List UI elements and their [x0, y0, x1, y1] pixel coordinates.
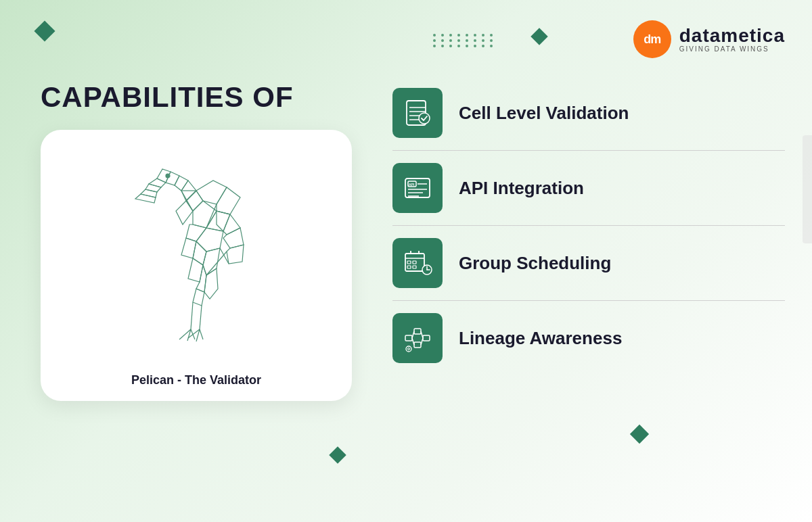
logo-name: datametica — [679, 26, 785, 45]
svg-text:API: API — [409, 183, 415, 187]
dots-pattern — [433, 34, 495, 47]
svg-marker-1 — [217, 187, 240, 214]
capability-api-integration: API API Integration — [392, 163, 785, 226]
svg-marker-11 — [188, 258, 203, 282]
svg-line-71 — [412, 338, 414, 345]
svg-marker-22 — [217, 211, 240, 235]
svg-rect-67 — [414, 329, 421, 334]
svg-rect-62 — [413, 266, 416, 268]
capability-group-scheduling: Group Scheduling — [392, 238, 785, 301]
capability-cell-level-validation: Cell Level Validation — [392, 88, 785, 151]
cell-level-validation-icon-box — [392, 88, 443, 138]
capabilities-list: Cell Level Validation API API Integratio… — [392, 88, 785, 375]
scheduling-icon — [403, 248, 432, 278]
svg-line-39 — [223, 214, 230, 231]
svg-marker-23 — [223, 228, 244, 248]
svg-marker-25 — [204, 268, 218, 299]
deco-square-top-center — [531, 28, 547, 45]
svg-line-37 — [181, 191, 193, 211]
svg-rect-69 — [423, 335, 430, 341]
svg-rect-61 — [407, 266, 411, 268]
group-scheduling-icon-box — [392, 238, 443, 288]
svg-line-72 — [421, 331, 423, 338]
api-integration-icon-box: API — [392, 163, 443, 213]
svg-marker-10 — [203, 248, 220, 275]
svg-line-70 — [412, 331, 414, 338]
main-content: CAPABILITIES OF — [41, 81, 785, 401]
svg-marker-20 — [135, 194, 156, 203]
pelican-card: Pelican - The Validator — [41, 130, 352, 401]
svg-marker-4 — [193, 201, 217, 228]
pelican-label: Pelican - The Validator — [131, 373, 261, 387]
validation-icon — [403, 98, 432, 128]
cell-level-validation-label: Cell Level Validation — [459, 103, 629, 124]
logo-circle: dm — [633, 20, 671, 58]
svg-point-21 — [166, 174, 170, 178]
svg-point-75 — [408, 348, 410, 350]
svg-rect-60 — [413, 261, 416, 264]
logo-area: dm datametica GIVING DATA WINGS — [633, 20, 785, 58]
svg-marker-8 — [181, 238, 196, 258]
lineage-awareness-icon-box — [392, 313, 443, 363]
svg-line-38 — [206, 204, 217, 228]
page-title: CAPABILITIES OF — [41, 81, 352, 114]
svg-marker-2 — [186, 191, 203, 211]
logo-text-block: datametica GIVING DATA WINGS — [679, 26, 785, 53]
right-edge-accent — [803, 135, 812, 243]
svg-line-35 — [186, 191, 196, 201]
svg-marker-26 — [193, 289, 204, 306]
svg-point-74 — [406, 346, 411, 352]
svg-rect-66 — [405, 335, 412, 341]
svg-rect-59 — [407, 261, 411, 264]
logo-circle-text: dm — [644, 32, 660, 47]
lineage-icon — [403, 323, 432, 353]
api-icon: API — [403, 173, 432, 203]
group-scheduling-label: Group Scheduling — [459, 253, 611, 274]
deco-square-bottom-center — [329, 446, 346, 463]
svg-marker-9 — [193, 241, 206, 265]
svg-rect-68 — [414, 342, 421, 348]
lineage-awareness-label: Lineage Awareness — [459, 328, 622, 349]
left-section: CAPABILITIES OF — [41, 81, 352, 401]
svg-line-31 — [200, 306, 202, 329]
capability-lineage-awareness: Lineage Awareness — [392, 313, 785, 375]
svg-marker-3 — [176, 201, 193, 224]
svg-marker-14 — [175, 176, 188, 191]
deco-square-bottom-right — [630, 425, 649, 444]
api-integration-label: API Integration — [459, 178, 584, 199]
deco-square-top-left — [34, 20, 55, 41]
logo-tagline: GIVING DATA WINGS — [679, 45, 785, 53]
svg-line-73 — [421, 338, 423, 345]
pelican-illustration — [81, 150, 311, 366]
svg-marker-0 — [196, 181, 227, 204]
svg-line-27 — [191, 302, 193, 329]
svg-line-33 — [200, 329, 203, 339]
svg-point-47 — [419, 113, 430, 124]
